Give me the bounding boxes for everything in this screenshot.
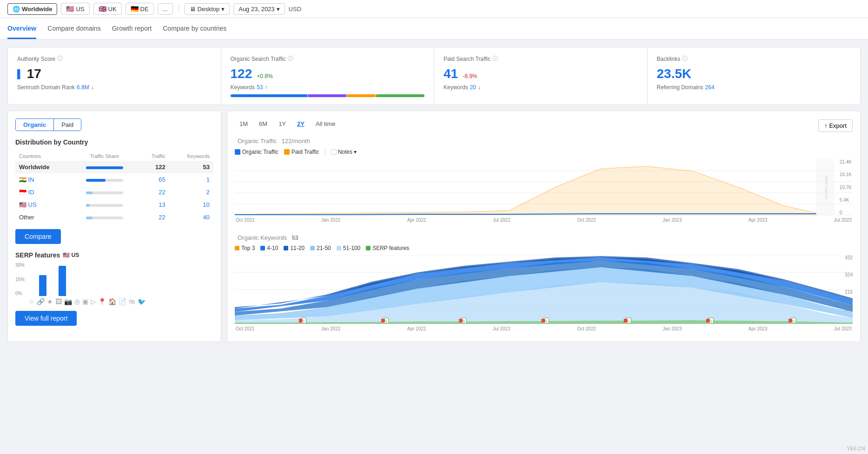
time-6m[interactable]: 6M (254, 118, 272, 129)
organic-keywords-section: Organic Keywords 53 Top 3 4-10 11 (235, 233, 853, 334)
desktop-icon: 🖥 (190, 6, 196, 13)
serp-icon-bird: 🐦 (138, 298, 146, 305)
globe-icon: 🌐 (13, 6, 20, 13)
main-content: Authority Score ⓘ ▌ 17 Semrush Domain Ra… (0, 39, 868, 349)
keywords-cell: 2 (169, 186, 213, 198)
organic-bar (231, 94, 425, 97)
metric-authority-score: Authority Score ⓘ ▌ 17 Semrush Domain Ra… (8, 47, 221, 105)
chevron-down-notes: ▾ (354, 149, 357, 155)
traffic-cell: 122 (138, 161, 169, 173)
legend-separator (325, 148, 325, 156)
info-icon-backlinks[interactable]: ⓘ (682, 55, 688, 63)
legend-paid: Paid Traffic (284, 149, 319, 155)
svg-rect-38 (706, 319, 710, 322)
uk-label: UK (108, 6, 117, 13)
kw-dot-51-100 (337, 246, 341, 250)
metric-backlinks: Backlinks ⓘ 23.5K Referring Domains 264 (648, 47, 861, 105)
serp-bar (39, 275, 46, 296)
metric-backlinks-label: Backlinks ⓘ (657, 55, 851, 63)
tab-overview[interactable]: Overview (7, 18, 36, 39)
time-controls: 1M 6M 1Y 2Y All time (235, 118, 340, 129)
more-label: ... (163, 6, 168, 13)
table-row: 🇮🇳 IN651 (15, 173, 213, 186)
organic-traffic-svg: SERP features (235, 159, 853, 215)
organic-traffic-title: Organic Traffic 122/month (235, 137, 853, 145)
serp-icon-link: 🔗 (37, 298, 45, 305)
table-row: Other2240 (15, 211, 213, 224)
time-2y[interactable]: 2Y (292, 118, 309, 129)
traffic-share-cell (72, 198, 138, 211)
info-icon-organic[interactable]: ⓘ (288, 55, 293, 63)
metrics-row: Authority Score ⓘ ▌ 17 Semrush Domain Ra… (7, 47, 861, 105)
time-1y[interactable]: 1Y (274, 118, 291, 129)
traffic-legend: Organic Traffic Paid Traffic Notes ▾ (235, 148, 853, 156)
export-button[interactable]: ↑ Export (818, 119, 853, 132)
col-keywords: Keywords (169, 151, 213, 161)
organic-keywords-sub: Keywords 53 ↑ (231, 84, 425, 91)
separator (179, 4, 179, 13)
keywords-cell: 1 (169, 173, 213, 186)
serp-bars-container (29, 263, 222, 296)
authority-value: 17 (27, 66, 41, 81)
worldwide-btn[interactable]: 🌐 Worldwide (7, 3, 57, 15)
serp-icon-img2: 📷 (64, 298, 72, 305)
tab-growth-report[interactable]: Growth report (112, 18, 152, 39)
more-btn[interactable]: ... (158, 3, 173, 15)
currency-label: USD (289, 6, 301, 13)
compare-button[interactable]: Compare (15, 229, 61, 244)
kw-legend-4-10: 4-10 (260, 245, 278, 251)
view-full-report-button[interactable]: View full report (15, 311, 77, 326)
date-btn[interactable]: Aug 23, 2023 ▾ (233, 3, 285, 15)
traffic-cell: 65 (138, 173, 169, 186)
uk-btn[interactable]: 🇬🇧 UK (93, 3, 122, 15)
time-all[interactable]: All time (311, 118, 340, 129)
kw-dot-top3 (235, 246, 239, 250)
tab-compare-countries[interactable]: Compare by countries (163, 18, 226, 39)
svg-rect-34 (381, 319, 385, 322)
paid-change: -8.9% (463, 73, 477, 79)
dist-title: Distribution by Country (15, 138, 213, 146)
de-btn[interactable]: 🇩🇪 DE (126, 3, 154, 15)
kw-legend-21-50: 21-50 (310, 245, 331, 251)
serp-icons-row: ☆ 🔗 ★ 🖼 📷 ◎ ▣ ▷ 📍 🏠 📄 🛍 🐦 (15, 298, 213, 305)
serp-icon-sq: ▣ (82, 298, 88, 305)
device-btn[interactable]: 🖥 Desktop ▾ (185, 3, 230, 15)
export-icon: ↑ (824, 122, 828, 129)
svg-rect-35 (459, 319, 463, 322)
serp-title: SERP features 🇺🇸 US (15, 251, 213, 259)
device-label: Desktop (198, 6, 220, 13)
legend-dot-paid (284, 149, 290, 155)
traffic-share-cell (72, 161, 138, 173)
organic-toggle-btn[interactable]: Organic (16, 119, 54, 131)
info-icon-authority[interactable]: ⓘ (57, 55, 63, 63)
svg-rect-33 (299, 319, 303, 322)
col-countries: Countries (15, 151, 72, 161)
serp-icon-doc: 📄 (119, 298, 126, 305)
uk-flag: 🇬🇧 (99, 5, 106, 13)
legend-dot-organic (235, 149, 240, 155)
us-btn[interactable]: 🇺🇸 US (61, 3, 89, 15)
svg-text:SERP features: SERP features (824, 175, 828, 200)
us-flag: 🇺🇸 (66, 5, 74, 13)
traffic-share-cell (72, 211, 138, 224)
time-1m[interactable]: 1M (235, 118, 252, 129)
keywords-cell: 40 (169, 211, 213, 224)
country-cell: 🇮🇩 ID (15, 186, 72, 198)
serp-bar (59, 266, 66, 296)
country-cell: 🇺🇸 US (15, 198, 72, 211)
tab-compare-domains[interactable]: Compare domains (47, 18, 100, 39)
serp-icon-circle: ◎ (74, 298, 80, 305)
distribution-table: Countries Traffic Share Traffic Keywords… (15, 151, 213, 224)
traffic-cell: 22 (138, 186, 169, 198)
metric-authority-label: Authority Score ⓘ (17, 55, 212, 63)
chart-x-axis: Oct 2021 Jan 2022 Apr 2022 Jul 2022 Oct … (235, 217, 853, 223)
info-icon-paid[interactable]: ⓘ (492, 55, 498, 63)
col-traffic: Traffic (138, 151, 169, 161)
paid-toggle-btn[interactable]: Paid (54, 119, 81, 131)
table-row: Worldwide12253 (15, 161, 213, 173)
col-traffic-share: Traffic Share (72, 151, 138, 161)
serp-icon-sq2: ▷ (91, 298, 96, 305)
authority-gauge-icon: ▌ (17, 69, 23, 79)
notes-button[interactable]: Notes ▾ (331, 149, 357, 155)
organic-change: +0.8% (257, 73, 272, 79)
